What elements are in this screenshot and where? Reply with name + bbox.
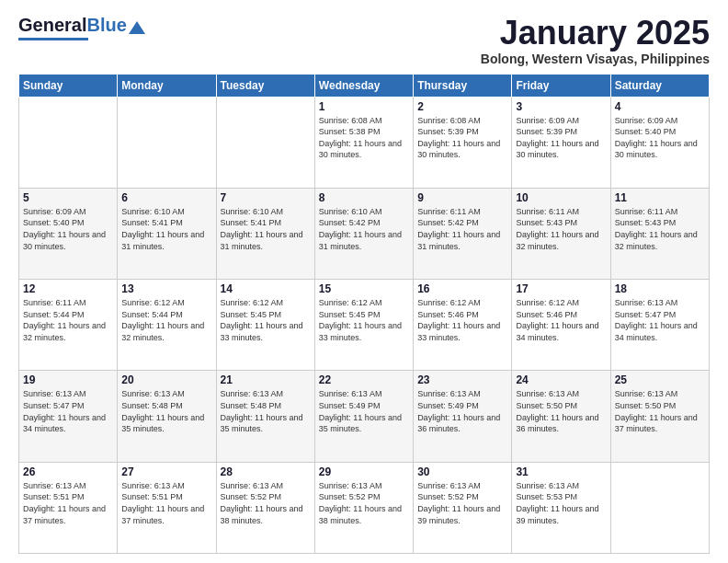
logo-triangle-icon xyxy=(129,21,145,34)
day-number: 12 xyxy=(23,282,113,295)
header-thursday: Thursday xyxy=(414,74,512,97)
day-number: 30 xyxy=(417,465,507,478)
table-row: 21 Sunrise: 6:13 AM Sunset: 5:48 PM Dayl… xyxy=(216,371,314,462)
table-row: 16 Sunrise: 6:12 AM Sunset: 5:46 PM Dayl… xyxy=(414,280,512,371)
table-row: 6 Sunrise: 6:10 AM Sunset: 5:41 PM Dayli… xyxy=(118,188,216,279)
day-info: Sunrise: 6:13 AM Sunset: 5:51 PM Dayligh… xyxy=(23,480,113,526)
logo-general: General xyxy=(18,15,86,36)
day-number: 19 xyxy=(23,373,113,386)
table-row: 2 Sunrise: 6:08 AM Sunset: 5:39 PM Dayli… xyxy=(414,97,512,188)
day-info: Sunrise: 6:10 AM Sunset: 5:42 PM Dayligh… xyxy=(319,206,409,252)
table-row xyxy=(216,97,314,188)
day-number: 7 xyxy=(221,191,311,204)
day-number: 20 xyxy=(121,373,211,386)
weekday-header-row: Sunday Monday Tuesday Wednesday Thursday… xyxy=(19,74,710,97)
day-number: 22 xyxy=(319,373,409,386)
week-row-1: 1 Sunrise: 6:08 AM Sunset: 5:38 PM Dayli… xyxy=(19,97,710,188)
table-row: 8 Sunrise: 6:10 AM Sunset: 5:42 PM Dayli… xyxy=(314,188,413,279)
day-number: 11 xyxy=(615,191,705,204)
day-info: Sunrise: 6:12 AM Sunset: 5:44 PM Dayligh… xyxy=(121,297,211,343)
day-info: Sunrise: 6:13 AM Sunset: 5:48 PM Dayligh… xyxy=(221,388,311,434)
table-row: 25 Sunrise: 6:13 AM Sunset: 5:50 PM Dayl… xyxy=(610,371,709,462)
day-number: 10 xyxy=(516,191,606,204)
table-row: 26 Sunrise: 6:13 AM Sunset: 5:51 PM Dayl… xyxy=(19,462,118,553)
day-number: 15 xyxy=(319,282,409,295)
day-info: Sunrise: 6:08 AM Sunset: 5:38 PM Dayligh… xyxy=(319,115,409,161)
location: Bolong, Western Visayas, Philippines xyxy=(481,52,710,66)
day-info: Sunrise: 6:13 AM Sunset: 5:50 PM Dayligh… xyxy=(516,388,606,434)
logo: General Blue xyxy=(18,15,145,40)
table-row: 30 Sunrise: 6:13 AM Sunset: 5:52 PM Dayl… xyxy=(414,462,512,553)
table-row: 7 Sunrise: 6:10 AM Sunset: 5:41 PM Dayli… xyxy=(216,188,314,279)
table-row: 24 Sunrise: 6:13 AM Sunset: 5:50 PM Dayl… xyxy=(512,371,610,462)
day-number: 25 xyxy=(615,373,705,386)
day-number: 1 xyxy=(319,100,409,113)
table-row: 19 Sunrise: 6:13 AM Sunset: 5:47 PM Dayl… xyxy=(19,371,118,462)
week-row-5: 26 Sunrise: 6:13 AM Sunset: 5:51 PM Dayl… xyxy=(19,462,710,553)
header-tuesday: Tuesday xyxy=(216,74,314,97)
day-number: 9 xyxy=(417,191,507,204)
day-info: Sunrise: 6:13 AM Sunset: 5:51 PM Dayligh… xyxy=(121,480,211,526)
day-info: Sunrise: 6:13 AM Sunset: 5:48 PM Dayligh… xyxy=(121,388,211,434)
day-number: 8 xyxy=(319,191,409,204)
day-number: 4 xyxy=(615,100,705,113)
day-info: Sunrise: 6:11 AM Sunset: 5:42 PM Dayligh… xyxy=(417,206,507,252)
table-row: 18 Sunrise: 6:13 AM Sunset: 5:47 PM Dayl… xyxy=(610,280,709,371)
day-number: 24 xyxy=(516,373,606,386)
table-row: 20 Sunrise: 6:13 AM Sunset: 5:48 PM Dayl… xyxy=(118,371,216,462)
calendar-table: Sunday Monday Tuesday Wednesday Thursday… xyxy=(18,74,710,554)
week-row-3: 12 Sunrise: 6:11 AM Sunset: 5:44 PM Dayl… xyxy=(19,280,710,371)
week-row-2: 5 Sunrise: 6:09 AM Sunset: 5:40 PM Dayli… xyxy=(19,188,710,279)
header-sunday: Sunday xyxy=(19,74,118,97)
week-row-4: 19 Sunrise: 6:13 AM Sunset: 5:47 PM Dayl… xyxy=(19,371,710,462)
day-number: 13 xyxy=(121,282,211,295)
day-number: 31 xyxy=(516,465,606,478)
day-info: Sunrise: 6:13 AM Sunset: 5:47 PM Dayligh… xyxy=(615,297,705,343)
table-row: 4 Sunrise: 6:09 AM Sunset: 5:40 PM Dayli… xyxy=(610,97,709,188)
table-row: 11 Sunrise: 6:11 AM Sunset: 5:43 PM Dayl… xyxy=(610,188,709,279)
day-info: Sunrise: 6:12 AM Sunset: 5:46 PM Dayligh… xyxy=(417,297,507,343)
day-info: Sunrise: 6:12 AM Sunset: 5:45 PM Dayligh… xyxy=(221,297,311,343)
header-friday: Friday xyxy=(512,74,610,97)
svg-marker-0 xyxy=(129,21,145,34)
day-info: Sunrise: 6:11 AM Sunset: 5:43 PM Dayligh… xyxy=(615,206,705,252)
table-row: 23 Sunrise: 6:13 AM Sunset: 5:49 PM Dayl… xyxy=(414,371,512,462)
day-number: 21 xyxy=(221,373,311,386)
page: General Blue January 2025 Bolong, Wester… xyxy=(0,0,728,563)
day-number: 23 xyxy=(417,373,507,386)
table-row xyxy=(19,97,118,188)
table-row: 29 Sunrise: 6:13 AM Sunset: 5:52 PM Dayl… xyxy=(314,462,413,553)
day-number: 3 xyxy=(516,100,606,113)
table-row: 9 Sunrise: 6:11 AM Sunset: 5:42 PM Dayli… xyxy=(414,188,512,279)
day-number: 6 xyxy=(121,191,211,204)
day-number: 16 xyxy=(417,282,507,295)
day-info: Sunrise: 6:12 AM Sunset: 5:46 PM Dayligh… xyxy=(516,297,606,343)
day-info: Sunrise: 6:11 AM Sunset: 5:44 PM Dayligh… xyxy=(23,297,113,343)
day-number: 2 xyxy=(417,100,507,113)
table-row: 28 Sunrise: 6:13 AM Sunset: 5:52 PM Dayl… xyxy=(216,462,314,553)
table-row: 17 Sunrise: 6:12 AM Sunset: 5:46 PM Dayl… xyxy=(512,280,610,371)
day-info: Sunrise: 6:09 AM Sunset: 5:40 PM Dayligh… xyxy=(615,115,705,161)
table-row: 27 Sunrise: 6:13 AM Sunset: 5:51 PM Dayl… xyxy=(118,462,216,553)
day-number: 28 xyxy=(221,465,311,478)
table-row: 10 Sunrise: 6:11 AM Sunset: 5:43 PM Dayl… xyxy=(512,188,610,279)
day-info: Sunrise: 6:13 AM Sunset: 5:50 PM Dayligh… xyxy=(615,388,705,434)
table-row: 1 Sunrise: 6:08 AM Sunset: 5:38 PM Dayli… xyxy=(314,97,413,188)
header-saturday: Saturday xyxy=(610,74,709,97)
day-number: 27 xyxy=(121,465,211,478)
table-row: 15 Sunrise: 6:12 AM Sunset: 5:45 PM Dayl… xyxy=(314,280,413,371)
logo-underline xyxy=(18,38,88,40)
table-row xyxy=(610,462,709,553)
day-info: Sunrise: 6:13 AM Sunset: 5:47 PM Dayligh… xyxy=(23,388,113,434)
day-number: 18 xyxy=(615,282,705,295)
day-info: Sunrise: 6:13 AM Sunset: 5:49 PM Dayligh… xyxy=(319,388,409,434)
day-info: Sunrise: 6:10 AM Sunset: 5:41 PM Dayligh… xyxy=(221,206,311,252)
day-info: Sunrise: 6:09 AM Sunset: 5:39 PM Dayligh… xyxy=(516,115,606,161)
day-info: Sunrise: 6:11 AM Sunset: 5:43 PM Dayligh… xyxy=(516,206,606,252)
day-number: 29 xyxy=(319,465,409,478)
day-info: Sunrise: 6:13 AM Sunset: 5:52 PM Dayligh… xyxy=(221,480,311,526)
day-number: 14 xyxy=(221,282,311,295)
day-number: 26 xyxy=(23,465,113,478)
table-row: 3 Sunrise: 6:09 AM Sunset: 5:39 PM Dayli… xyxy=(512,97,610,188)
day-info: Sunrise: 6:10 AM Sunset: 5:41 PM Dayligh… xyxy=(121,206,211,252)
